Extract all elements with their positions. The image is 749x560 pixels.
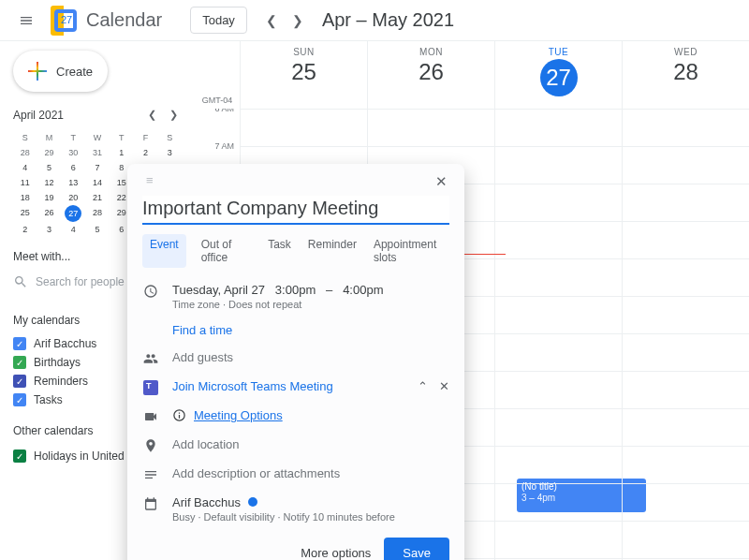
mini-day[interactable]: 19 bbox=[37, 190, 62, 205]
mini-day[interactable]: 7 bbox=[85, 160, 110, 175]
tab-event[interactable]: Event bbox=[142, 234, 186, 268]
mini-day[interactable]: 14 bbox=[85, 175, 110, 190]
mini-day[interactable]: 5 bbox=[37, 160, 62, 175]
next-period-button[interactable]: ❯ bbox=[285, 7, 311, 34]
grip-icon: ≡ bbox=[146, 173, 155, 190]
day-header[interactable]: SUN25 bbox=[240, 41, 367, 109]
day-header[interactable]: MON26 bbox=[367, 41, 494, 109]
prev-period-button[interactable]: ❮ bbox=[258, 7, 285, 34]
event-start[interactable]: 3:00pm bbox=[275, 283, 316, 297]
mini-day[interactable]: 18 bbox=[13, 190, 37, 205]
mini-day[interactable]: 11 bbox=[13, 175, 37, 190]
day-header[interactable]: TUE27 bbox=[494, 41, 622, 109]
teams-icon-wrap bbox=[142, 379, 159, 395]
organizer-dot bbox=[248, 497, 257, 507]
add-description-input[interactable]: Add description or attachments bbox=[172, 466, 340, 480]
hour-cell[interactable] bbox=[494, 146, 622, 184]
add-location-input[interactable]: Add location bbox=[172, 437, 240, 451]
hour-cell[interactable] bbox=[494, 371, 622, 408]
mini-day[interactable]: 4 bbox=[13, 160, 37, 175]
mini-day[interactable]: 3 bbox=[37, 222, 62, 237]
mini-next-button[interactable]: ❯ bbox=[166, 105, 182, 125]
mini-day[interactable]: 3 bbox=[157, 145, 182, 160]
mini-day[interactable]: 29 bbox=[37, 145, 62, 160]
tab-out-of-office[interactable]: Out of office bbox=[199, 234, 253, 268]
more-options-button[interactable]: More options bbox=[301, 546, 371, 560]
hour-cell[interactable] bbox=[494, 184, 622, 221]
mini-day[interactable]: 12 bbox=[37, 175, 62, 190]
hour-cell[interactable] bbox=[367, 109, 494, 146]
hour-cell[interactable] bbox=[622, 408, 749, 446]
checkbox[interactable]: ✓ bbox=[13, 375, 26, 388]
checkbox[interactable]: ✓ bbox=[13, 337, 26, 350]
hour-cell[interactable] bbox=[494, 521, 622, 558]
mini-day[interactable]: 28 bbox=[13, 145, 37, 160]
today-button[interactable]: Today bbox=[190, 7, 247, 34]
hour-cell[interactable] bbox=[494, 446, 622, 483]
meeting-options-link[interactable]: Meeting Options bbox=[194, 408, 283, 422]
checkbox[interactable]: ✓ bbox=[13, 393, 26, 406]
mini-day[interactable]: 5 bbox=[85, 222, 110, 237]
hour-cell[interactable] bbox=[622, 184, 749, 221]
event-end[interactable]: 4:00pm bbox=[343, 283, 383, 297]
mini-cal-title: April 2021 bbox=[13, 109, 64, 122]
mini-day[interactable]: 2 bbox=[13, 222, 37, 237]
hour-cell[interactable] bbox=[622, 446, 749, 483]
tab-appointment-slots[interactable]: Appointment slots bbox=[372, 234, 449, 268]
hour-cell[interactable] bbox=[494, 333, 622, 371]
hour-cell[interactable] bbox=[622, 371, 749, 408]
mini-day[interactable]: 27 bbox=[65, 205, 81, 222]
timezone-repeat[interactable]: Time zone · Does not repeat bbox=[172, 299, 449, 310]
add-guests-input[interactable]: Add guests bbox=[172, 350, 233, 364]
tab-task[interactable]: Task bbox=[266, 234, 293, 268]
search-placeholder: Search for people bbox=[36, 275, 125, 288]
checkbox[interactable]: ✓ bbox=[13, 449, 26, 463]
tab-reminder[interactable]: Reminder bbox=[306, 234, 359, 268]
hour-cell[interactable] bbox=[494, 258, 622, 296]
mini-day[interactable]: 13 bbox=[61, 175, 85, 190]
event-title-input[interactable] bbox=[142, 196, 449, 225]
mini-day[interactable]: 1 bbox=[110, 145, 134, 160]
mini-day[interactable]: 31 bbox=[85, 145, 110, 160]
join-teams-link[interactable]: Join Microsoft Teams Meeting bbox=[172, 379, 333, 393]
hour-cell[interactable] bbox=[240, 109, 367, 146]
hour-cell[interactable] bbox=[494, 221, 622, 258]
hour-cell[interactable] bbox=[494, 483, 622, 521]
hour-cell[interactable] bbox=[622, 296, 749, 333]
hour-cell[interactable] bbox=[622, 483, 749, 521]
hour-cell[interactable] bbox=[622, 221, 749, 258]
chevron-up-icon[interactable]: ⌃ bbox=[418, 379, 428, 393]
mini-day[interactable]: 25 bbox=[13, 205, 37, 222]
mini-day[interactable]: 30 bbox=[61, 145, 85, 160]
mini-day[interactable]: 26 bbox=[37, 205, 62, 222]
mini-day[interactable]: 2 bbox=[134, 145, 158, 160]
mini-day[interactable]: 20 bbox=[61, 190, 85, 205]
hour-cell[interactable] bbox=[622, 258, 749, 296]
event-date[interactable]: Tuesday, April 27 bbox=[172, 283, 265, 297]
mini-prev-button[interactable]: ❮ bbox=[144, 105, 160, 125]
mini-day[interactable]: 28 bbox=[85, 205, 110, 222]
hamburger-menu[interactable] bbox=[7, 2, 45, 39]
hour-cell[interactable] bbox=[622, 109, 749, 146]
hour-cell[interactable] bbox=[494, 109, 622, 146]
calendar-label: Reminders bbox=[34, 375, 88, 388]
hour-cell[interactable] bbox=[494, 296, 622, 333]
drag-handle[interactable]: ≡ ✕ bbox=[142, 173, 449, 190]
checkbox[interactable]: ✓ bbox=[13, 356, 26, 369]
hour-cell[interactable] bbox=[622, 146, 749, 184]
hour-cell[interactable] bbox=[622, 521, 749, 558]
organizer-sub[interactable]: Busy · Default visibility · Notify 10 mi… bbox=[172, 511, 449, 523]
hour-cell[interactable] bbox=[622, 333, 749, 371]
close-icon[interactable]: ✕ bbox=[435, 173, 449, 190]
create-button[interactable]: Create bbox=[13, 51, 108, 92]
save-button[interactable]: Save bbox=[384, 538, 449, 560]
mini-day[interactable]: 4 bbox=[61, 222, 85, 237]
mini-day[interactable]: 21 bbox=[85, 190, 110, 205]
hour-cell[interactable] bbox=[494, 408, 622, 446]
find-a-time-link[interactable]: Find a time bbox=[172, 323, 232, 337]
clock-icon bbox=[142, 283, 159, 299]
day-header[interactable]: WED28 bbox=[622, 41, 749, 109]
remove-conference-icon[interactable]: ✕ bbox=[439, 379, 449, 393]
mini-dow: T bbox=[61, 130, 85, 145]
mini-day[interactable]: 6 bbox=[61, 160, 85, 175]
